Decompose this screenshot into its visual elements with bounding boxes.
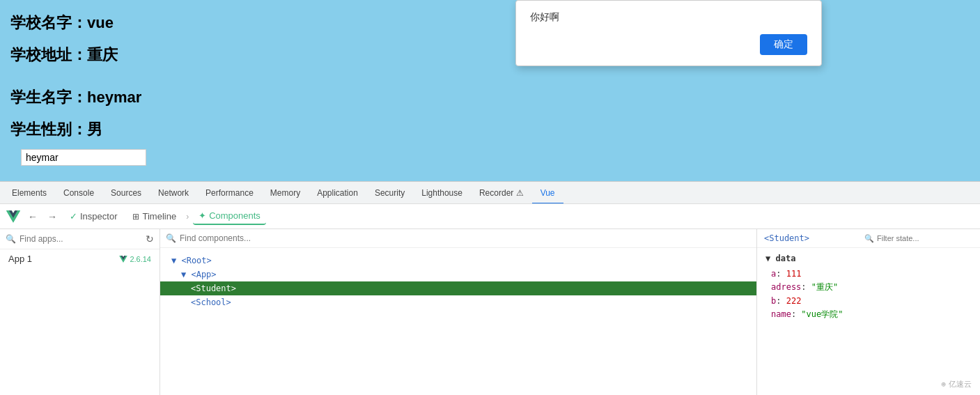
tree-content: ▼ <Root> ▼ <App> <Student> <School>: [160, 248, 756, 315]
app-version: 2.6.14: [119, 255, 151, 263]
timeline-tab[interactable]: ⊞ Timeline: [127, 208, 182, 224]
school-address: 学校地址：重庆: [10, 39, 970, 71]
component-tree: 🔍 ▼ <Root> ▼ <App> <Student> <School>: [160, 229, 757, 395]
component-tag: <Student>: [764, 233, 809, 243]
school-section: 学校名字：vue 学校地址：重庆: [0, 0, 980, 78]
tree-node-school[interactable]: <School>: [160, 295, 756, 309]
app-area: 学校名字：vue 学校地址：重庆 学生名字：heymar 学生性别：男 你好啊 …: [0, 0, 980, 181]
state-header: <Student> 🔍: [757, 229, 980, 248]
tab-lighthouse[interactable]: Lighthouse: [413, 182, 471, 204]
tab-console[interactable]: Console: [55, 182, 102, 204]
tab-performance[interactable]: Performance: [197, 182, 262, 204]
app-list-item[interactable]: App 1 2.6.14: [0, 249, 160, 268]
refresh-icon[interactable]: ↻: [146, 233, 154, 245]
tab-vue[interactable]: Vue: [532, 182, 563, 204]
app-sidebar: 🔍 ↻ App 1 2.6.14: [0, 229, 160, 395]
back-button[interactable]: ←: [25, 210, 40, 224]
timeline-icon: ⊞: [132, 212, 139, 222]
inspector-icon: ✓: [70, 211, 77, 222]
section-arrow: ▼: [765, 254, 775, 263]
state-content: ▼ data a: 111 adress: "重庆" b: 222 name: …: [757, 248, 980, 327]
components-icon: ✦: [199, 210, 206, 221]
alert-ok-button[interactable]: 确定: [760, 34, 807, 55]
find-apps-input[interactable]: [20, 234, 142, 244]
inspector-tab[interactable]: ✓ Inspector: [64, 208, 123, 224]
watermark: ⊕ 亿速云: [941, 379, 972, 389]
forward-button[interactable]: →: [45, 210, 60, 224]
state-row-a: a: 111: [765, 268, 972, 280]
separator: ›: [186, 212, 189, 222]
state-section-data: ▼ data: [765, 254, 972, 263]
filter-search-icon: 🔍: [864, 234, 874, 243]
alert-message: 你好啊: [530, 11, 807, 24]
app-name: App 1: [8, 254, 32, 264]
search-icon: 🔍: [166, 233, 176, 243]
student-name: 学生名字：heymar: [10, 82, 970, 114]
state-panel: <Student> 🔍 ▼ data a: 111 adress: "重庆": [757, 229, 980, 395]
components-tab[interactable]: ✦ Components: [193, 208, 266, 225]
state-row-b: b: 222: [765, 295, 972, 307]
vue-logo: [6, 209, 21, 224]
tab-network[interactable]: Network: [150, 182, 197, 204]
tree-node-root[interactable]: ▼ <Root>: [160, 254, 756, 268]
tree-node-student[interactable]: <Student>: [160, 281, 756, 295]
devtools-panel: Elements Console Sources Network Perform…: [0, 181, 980, 395]
tab-sources[interactable]: Sources: [102, 182, 150, 204]
tree-node-app[interactable]: ▼ <App>: [160, 268, 756, 281]
vue-panel: ← → ✓ Inspector ⊞ Timeline › ✦ Component…: [0, 204, 980, 395]
tab-recorder[interactable]: Recorder ⚠: [471, 182, 532, 204]
state-row-name: name: "vue学院": [765, 307, 972, 322]
student-gender: 学生性别：男: [10, 114, 970, 146]
tab-security[interactable]: Security: [366, 182, 413, 204]
tab-application[interactable]: Application: [309, 182, 366, 204]
vue-main: 🔍 ↻ App 1 2.6.14: [0, 229, 980, 395]
component-search-bar: 🔍: [160, 229, 756, 248]
state-filter: 🔍: [864, 234, 973, 243]
search-icon: 🔍: [6, 234, 16, 244]
find-components-input[interactable]: [180, 233, 751, 243]
state-row-adress: adress: "重庆": [765, 280, 972, 295]
devtools-tab-bar: Elements Console Sources Network Perform…: [0, 182, 980, 204]
student-section: 学生名字：heymar 学生性别：男: [0, 78, 980, 173]
filter-state-input[interactable]: [877, 234, 973, 242]
app-search-bar: 🔍 ↻: [0, 229, 160, 249]
tab-memory[interactable]: Memory: [262, 182, 309, 204]
school-name: 学校名字：vue: [10, 7, 970, 39]
alert-dialog: 你好啊 确定: [515, 0, 822, 66]
student-input[interactable]: [21, 149, 146, 166]
tab-elements[interactable]: Elements: [3, 182, 55, 204]
vue-toolbar: ← → ✓ Inspector ⊞ Timeline › ✦ Component…: [0, 204, 980, 229]
